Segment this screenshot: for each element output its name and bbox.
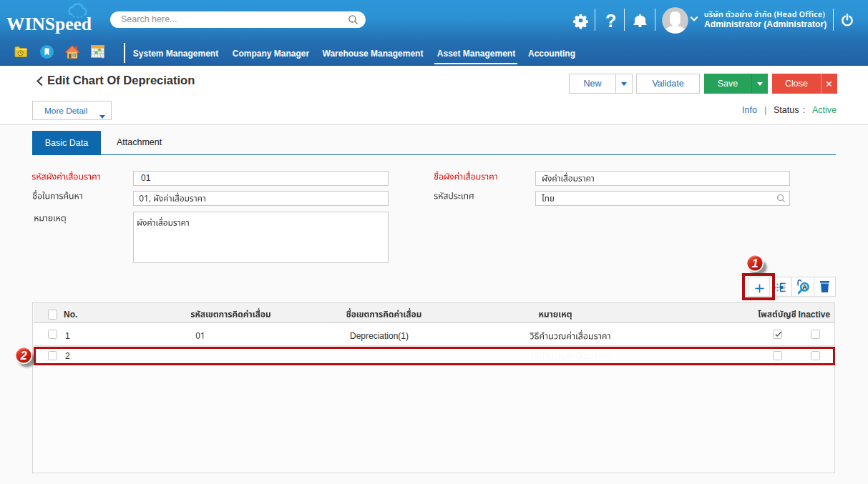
svg-text:2: 2 — [20, 350, 27, 362]
svg-text:A: A — [802, 283, 807, 291]
svg-text:1: 1 — [752, 257, 759, 270]
